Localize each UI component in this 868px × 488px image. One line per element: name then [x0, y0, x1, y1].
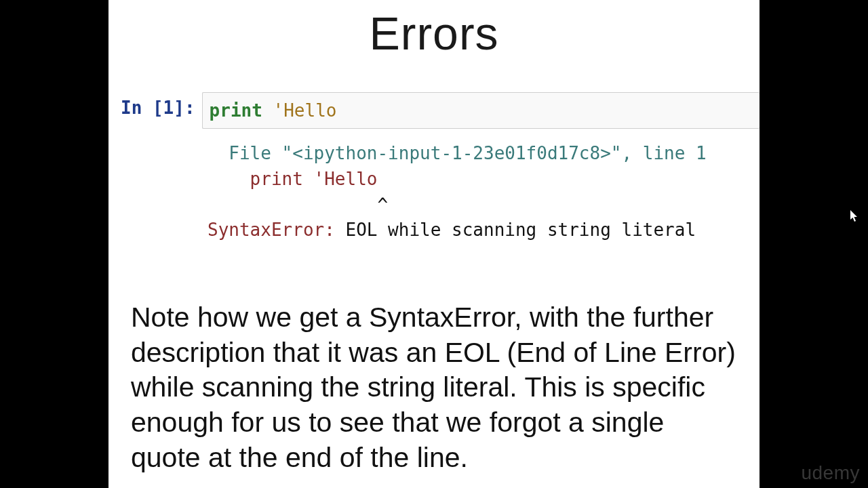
traceback-file-prefix: File	[208, 143, 282, 163]
traceback-file-suffix: ,	[621, 143, 642, 163]
code-input: print 'Hello	[202, 92, 760, 129]
traceback-output: File "<ipython-input-1-23e01f0d17c8>", l…	[208, 141, 760, 243]
slide: Errors In [1]: print 'Hello File "<ipyth…	[108, 0, 760, 488]
error-message: EOL while scanning string literal	[335, 220, 696, 240]
udemy-logo: udemy	[801, 462, 860, 484]
input-prompt: In [1]:	[121, 92, 202, 129]
traceback-line: line 1	[643, 143, 707, 163]
slide-title: Errors	[108, 7, 760, 60]
keyword-print: print	[210, 100, 262, 121]
error-type: SyntaxError:	[208, 220, 335, 240]
input-row: In [1]: print 'Hello	[121, 92, 760, 129]
traceback-echo: print 'Hello	[208, 169, 377, 189]
code-cell: In [1]: print 'Hello File "<ipython-inpu…	[108, 92, 760, 243]
mouse-cursor-icon	[850, 210, 859, 222]
string-literal: 'Hello	[262, 100, 337, 121]
traceback-file-name: "<ipython-input-1-23e01f0d17c8>"	[282, 143, 622, 163]
explanation-text: Note how we get a SyntaxError, with the …	[131, 300, 737, 475]
traceback-caret: ^	[208, 195, 388, 215]
